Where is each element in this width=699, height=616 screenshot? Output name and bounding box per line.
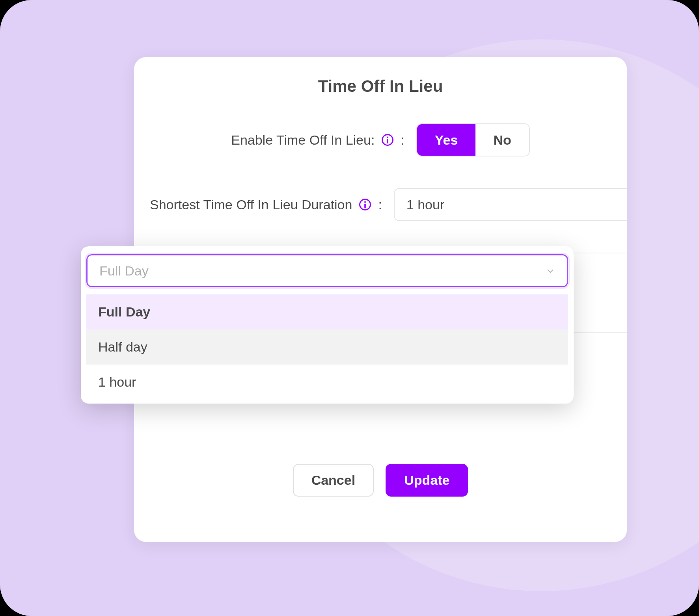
shortest-duration-select[interactable]: 1 hour bbox=[394, 188, 627, 221]
update-button[interactable]: Update bbox=[386, 464, 468, 497]
colon-separator: : bbox=[401, 132, 404, 148]
action-buttons-row: Cancel Update bbox=[134, 440, 627, 497]
enable-no-button[interactable]: No bbox=[475, 124, 529, 156]
card-title: Time Off In Lieu bbox=[134, 77, 627, 96]
colon-separator: : bbox=[378, 197, 382, 212]
shortest-duration-row: Shortest Time Off In Lieu Duration : 1 h… bbox=[134, 188, 627, 221]
svg-rect-1 bbox=[387, 139, 389, 143]
background-panel: Time Off In Lieu Enable Time Off In Lieu… bbox=[0, 0, 699, 616]
duration-dropdown-popup: Full Day Full Day Half day 1 hour bbox=[81, 246, 574, 404]
enable-yes-button[interactable]: Yes bbox=[417, 124, 476, 156]
duration-dropdown-placeholder: Full Day bbox=[99, 263, 149, 279]
shortest-duration-label: Shortest Time Off In Lieu Duration bbox=[150, 197, 352, 212]
duration-dropdown-options: Full Day Half day 1 hour bbox=[86, 294, 568, 400]
info-icon[interactable] bbox=[359, 199, 371, 210]
svg-point-2 bbox=[364, 201, 366, 203]
chevron-down-icon bbox=[546, 263, 555, 279]
duration-dropdown-input[interactable]: Full Day bbox=[86, 254, 568, 287]
dropdown-option-half-day[interactable]: Half day bbox=[86, 329, 568, 365]
shortest-duration-value: 1 hour bbox=[406, 197, 444, 212]
dropdown-option-full-day[interactable]: Full Day bbox=[86, 294, 568, 329]
info-icon[interactable] bbox=[382, 134, 393, 146]
svg-rect-3 bbox=[365, 203, 366, 208]
dropdown-option-1-hour[interactable]: 1 hour bbox=[86, 365, 568, 400]
cancel-button[interactable]: Cancel bbox=[293, 464, 374, 497]
svg-point-0 bbox=[387, 137, 388, 138]
enable-toil-row: Enable Time Off In Lieu: : Yes No bbox=[134, 123, 627, 156]
enable-toil-toggle[interactable]: Yes No bbox=[416, 123, 530, 156]
enable-toil-label: Enable Time Off In Lieu: bbox=[231, 132, 375, 148]
